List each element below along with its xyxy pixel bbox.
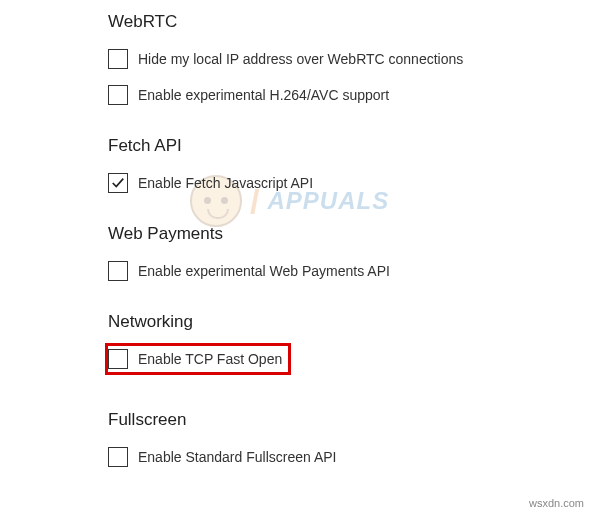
option-label: Enable experimental Web Payments API [138,263,390,279]
check-icon [111,176,125,190]
option-label: Enable experimental H.264/AVC support [138,87,389,103]
source-tag: wsxdn.com [529,497,584,509]
option-standard-fullscreen-api[interactable]: Enable Standard Fullscreen API [108,444,592,470]
option-tcp-fast-open[interactable]: Enable TCP Fast Open [108,346,288,372]
section-fullscreen: Fullscreen Enable Standard Fullscreen AP… [108,410,592,470]
checkbox-fetch-js-api[interactable] [108,173,128,193]
section-title-webrtc: WebRTC [108,12,592,32]
section-title-networking: Networking [108,312,592,332]
checkbox-tcp-fast-open[interactable] [108,349,128,369]
option-label: Enable Standard Fullscreen API [138,449,336,465]
section-title-fetch: Fetch API [108,136,592,156]
option-label: Enable Fetch Javascript API [138,175,313,191]
section-networking: Networking Enable TCP Fast Open [108,312,592,382]
section-web-payments: Web Payments Enable experimental Web Pay… [108,224,592,284]
checkbox-h264-avc[interactable] [108,85,128,105]
option-h264-avc[interactable]: Enable experimental H.264/AVC support [108,82,592,108]
option-label: Enable TCP Fast Open [138,351,282,367]
section-fetch-api: Fetch API Enable Fetch Javascript API [108,136,592,196]
section-title-fullscreen: Fullscreen [108,410,592,430]
checkbox-standard-fullscreen-api[interactable] [108,447,128,467]
option-fetch-js-api[interactable]: Enable Fetch Javascript API [108,170,592,196]
option-hide-local-ip[interactable]: Hide my local IP address over WebRTC con… [108,46,592,72]
option-label: Hide my local IP address over WebRTC con… [138,51,463,67]
option-web-payments-api[interactable]: Enable experimental Web Payments API [108,258,592,284]
checkbox-web-payments-api[interactable] [108,261,128,281]
section-title-payments: Web Payments [108,224,592,244]
checkbox-hide-local-ip[interactable] [108,49,128,69]
section-webrtc: WebRTC Hide my local IP address over Web… [108,12,592,108]
